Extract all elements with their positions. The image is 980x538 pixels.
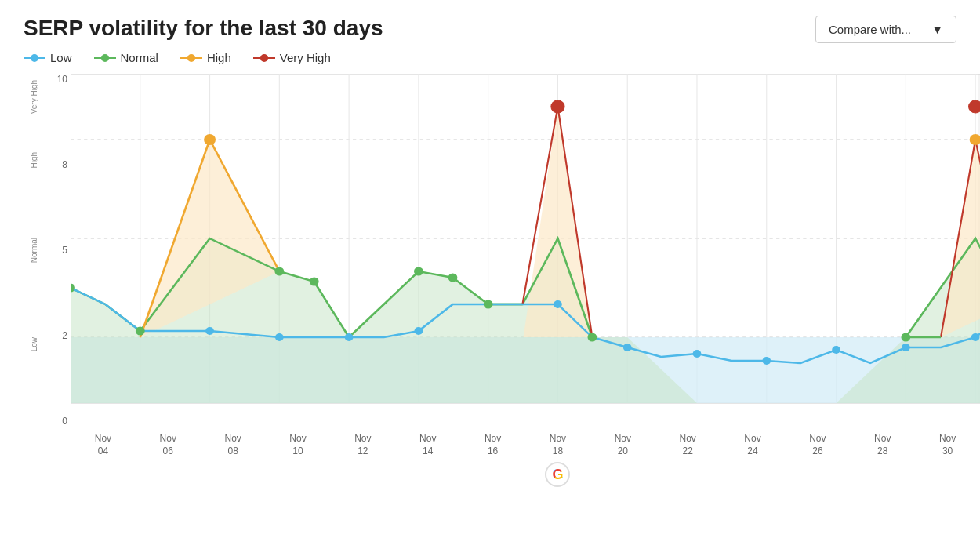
dot-high-nov06 bbox=[204, 134, 216, 145]
x-label-nov14: Nov 14 bbox=[395, 433, 460, 457]
legend: Low Normal High Very High bbox=[24, 51, 956, 64]
x-label-nov30: Nov 30 bbox=[915, 433, 980, 457]
x-label-nov12: Nov 12 bbox=[330, 433, 395, 457]
x-label-nov22: Nov 22 bbox=[655, 433, 720, 457]
dot-low-5 bbox=[415, 327, 423, 335]
y-band-normal: Normal bbox=[30, 238, 38, 263]
dot-low-10 bbox=[762, 357, 771, 365]
y-label-5: 5 bbox=[62, 245, 67, 256]
x-label-nov18: Nov 18 bbox=[525, 433, 590, 457]
chart-wrapper: Very High High Normal Low 10 8 5 2 0 bbox=[24, 74, 956, 427]
dot-normal-4 bbox=[414, 267, 423, 276]
x-label-nov04: Nov 04 bbox=[71, 433, 136, 457]
x-label-nov10: Nov 10 bbox=[266, 433, 331, 457]
x-label-nov24: Nov 24 bbox=[720, 433, 786, 457]
dot-normal-2 bbox=[274, 267, 284, 276]
chart-title: SERP volatility for the last 30 days bbox=[24, 16, 383, 41]
compare-label: Compare with... bbox=[829, 23, 911, 36]
x-label-nov20: Nov 20 bbox=[590, 433, 655, 457]
legend-line-low bbox=[24, 57, 45, 59]
dot-normal-3 bbox=[310, 278, 319, 286]
legend-label-high: High bbox=[207, 51, 231, 64]
dot-normal-5 bbox=[448, 274, 458, 282]
dot-very-high-nov30 bbox=[969, 100, 980, 113]
y-band-low: Low bbox=[30, 337, 38, 351]
y-label-10: 10 bbox=[57, 74, 67, 85]
legend-label-low: Low bbox=[50, 51, 72, 64]
legend-line-very-high bbox=[253, 57, 275, 59]
y-label-8: 8 bbox=[62, 159, 67, 170]
x-label-nov08: Nov 08 bbox=[201, 433, 266, 457]
chart-area: Nov 04 Nov 06 Nov 08 Nov 10 Nov 12 Nov 1… bbox=[71, 74, 980, 427]
google-logo[interactable]: G bbox=[71, 462, 980, 487]
x-label-nov06: Nov 06 bbox=[136, 433, 201, 457]
y-label-0: 0 bbox=[62, 416, 67, 427]
legend-item-normal: Normal bbox=[94, 51, 158, 64]
dot-very-high-nov16 bbox=[551, 100, 564, 113]
y-band-high: High bbox=[30, 152, 38, 169]
dot-low-9 bbox=[693, 350, 702, 358]
dot-low-13 bbox=[971, 333, 980, 341]
y-label-2: 2 bbox=[62, 330, 67, 341]
dot-normal-6 bbox=[484, 300, 493, 309]
dot-low-3 bbox=[275, 333, 284, 341]
legend-line-normal bbox=[94, 57, 116, 59]
x-label-nov26: Nov 26 bbox=[785, 433, 850, 457]
dot-high-nov30 bbox=[970, 134, 980, 145]
compare-button[interactable]: Compare with... ▼ bbox=[815, 16, 956, 43]
dot-low-12 bbox=[902, 344, 910, 351]
legend-item-very-high: Very High bbox=[253, 51, 331, 64]
legend-item-high: High bbox=[180, 51, 231, 64]
main-chart-svg bbox=[71, 74, 980, 427]
dot-low-11 bbox=[832, 346, 840, 354]
dot-low-2 bbox=[205, 327, 214, 335]
x-label-nov28: Nov 28 bbox=[850, 433, 915, 457]
dot-low-4 bbox=[345, 333, 354, 341]
dot-normal-1 bbox=[136, 327, 145, 336]
y-band-very-high: Very High bbox=[30, 80, 38, 114]
x-axis: Nov 04 Nov 06 Nov 08 Nov 10 Nov 12 Nov 1… bbox=[71, 433, 980, 457]
dot-low-8 bbox=[623, 344, 632, 351]
legend-line-high bbox=[180, 57, 202, 59]
legend-label-very-high: Very High bbox=[280, 51, 331, 64]
x-label-nov16: Nov 16 bbox=[460, 433, 525, 457]
legend-item-low: Low bbox=[24, 51, 72, 64]
dot-normal-8 bbox=[901, 333, 910, 342]
dot-normal-7 bbox=[587, 333, 597, 342]
g-letter: G bbox=[552, 467, 563, 483]
legend-label-normal: Normal bbox=[121, 51, 158, 64]
chevron-down-icon: ▼ bbox=[931, 23, 943, 36]
dot-low-7 bbox=[554, 300, 562, 308]
